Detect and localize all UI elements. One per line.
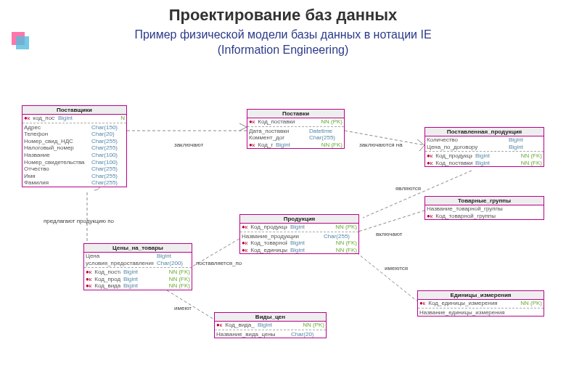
- rel-label-supplied-by: поставляется_по: [196, 260, 242, 266]
- entity-pricelist: Цены_на_товары ЦенаBigint условия_предос…: [83, 243, 192, 290]
- subtitle-line-1: Пример физической модели базы данных в н…: [0, 28, 566, 43]
- rel-label-concluded-on: заключаются на: [359, 142, 403, 148]
- entity-header: Единицы_измерения: [418, 291, 544, 300]
- entity-header: Поставки: [247, 110, 344, 118]
- diagram-canvas: Поставщики ●ккод_поставщикаBigintN Адрес…: [0, 87, 566, 392]
- rel-label-have: имеют: [174, 305, 192, 311]
- entity-deliveries: Поставки ●кКод_поставкиNN (PK) Дата_пост…: [247, 109, 345, 149]
- entity-product-groups: Товарные_группы Название_товарной_группы…: [424, 196, 544, 220]
- subtitle-line-2: (Information Engineering): [0, 43, 566, 58]
- rel-label-are: являются: [395, 185, 421, 192]
- entity-supply-products: Поставленная_продукция КоличествоBigint …: [424, 127, 544, 167]
- entity-price-types: Виды_цен ●кКод_вида_ценыBigintNN (PK) На…: [214, 312, 327, 338]
- page-subtitle: Пример физической модели базы данных в н…: [0, 28, 566, 58]
- accent-decoration: [12, 32, 25, 45]
- entity-suppliers: Поставщики ●ккод_поставщикаBigintN Адрес…: [22, 105, 127, 187]
- entity-header: Продукция: [240, 215, 358, 224]
- entity-header: Поставщики: [22, 106, 126, 115]
- entity-header: Цены_на_товары: [84, 244, 192, 253]
- entity-units: Единицы_измерения ●кКод_единицы_измерени…: [417, 290, 544, 317]
- entity-header: Виды_цен: [215, 313, 326, 322]
- rel-label-conclude: заключают: [174, 142, 203, 148]
- entity-header: Поставленная_продукция: [425, 128, 544, 136]
- rel-label-exist: имеются: [385, 265, 408, 271]
- rel-label-offer: предлагают продукцию по: [44, 218, 114, 224]
- page-title: Проектирование баз данных: [0, 6, 566, 25]
- entity-header: Товарные_группы: [425, 197, 544, 205]
- rel-label-include: включают: [376, 231, 402, 237]
- entity-products: Продукция ●кКод_продукцииBigintNN (PK) Н…: [239, 214, 359, 254]
